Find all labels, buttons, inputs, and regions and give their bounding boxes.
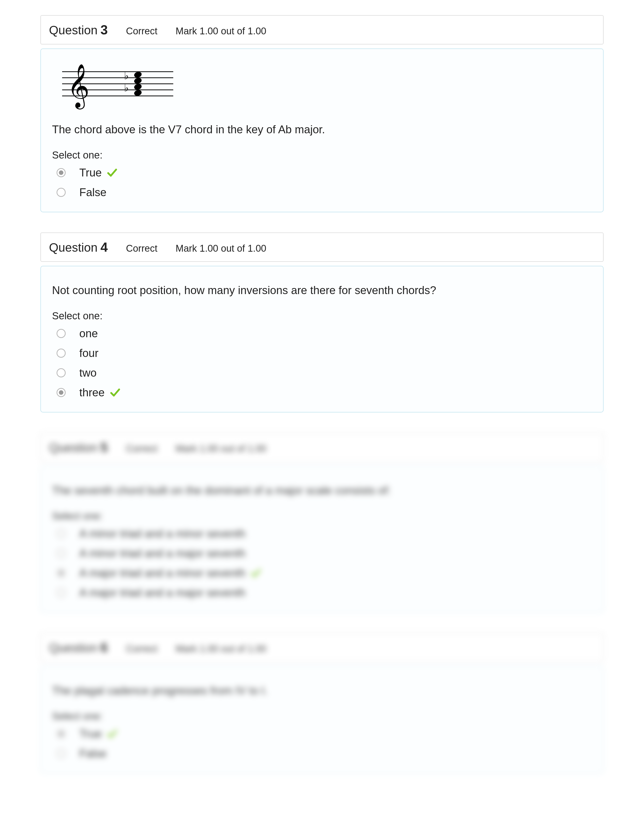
option-row[interactable]: A major triad and a minor seventh: [56, 567, 592, 579]
radio-button[interactable]: [56, 549, 66, 558]
question-status: Correct: [126, 26, 158, 37]
question-status: Correct: [126, 243, 158, 254]
question-prompt: The chord above is the V7 chord in the k…: [52, 123, 592, 136]
option-label: four: [79, 347, 98, 359]
svg-point-8: [134, 71, 142, 78]
question-number: 5: [100, 440, 108, 455]
option-label: False: [79, 747, 106, 759]
question-block: Question 6CorrectMark 1.00 out of 1.00Th…: [40, 633, 604, 774]
correct-check-icon: [107, 727, 118, 740]
radio-button[interactable]: [56, 168, 66, 177]
radio-button[interactable]: [56, 349, 66, 358]
svg-point-9: [134, 77, 142, 84]
music-notation: 𝄞♭♭: [52, 59, 592, 116]
question-number: 6: [100, 640, 108, 655]
question-prompt: The seventh chord built on the dominant …: [52, 484, 592, 497]
select-one-label: Select one:: [52, 510, 592, 522]
radio-button[interactable]: [56, 388, 66, 397]
option-label: A minor triad and a minor seventh: [79, 527, 245, 540]
question-label: Question: [49, 441, 98, 454]
option-label: A major triad and a minor seventh: [79, 567, 245, 579]
question-header: Question 5CorrectMark 1.00 out of 1.00: [40, 433, 604, 462]
question-block: Question 5CorrectMark 1.00 out of 1.00Th…: [40, 433, 604, 613]
svg-point-10: [134, 83, 142, 90]
option-row[interactable]: A major triad and a major seventh: [56, 586, 592, 599]
svg-text:♭: ♭: [124, 70, 129, 82]
question-body: 𝄞♭♭The chord above is the V7 chord in th…: [40, 48, 604, 212]
option-label: three: [79, 386, 105, 399]
options-list: True False: [52, 166, 592, 199]
question-mark: Mark 1.00 out of 1.00: [175, 443, 266, 454]
question-status: Correct: [126, 443, 158, 454]
correct-check-icon: [107, 166, 118, 178]
option-label: True: [79, 166, 102, 179]
options-list: A minor triad and a minor seventhA minor…: [52, 527, 592, 599]
question-header: Question 6CorrectMark 1.00 out of 1.00: [40, 633, 604, 662]
option-label: one: [79, 327, 98, 339]
question-mark: Mark 1.00 out of 1.00: [175, 643, 266, 654]
option-label: False: [79, 186, 106, 198]
correct-check-icon: [251, 567, 261, 579]
question-label: Question: [49, 24, 98, 37]
question-block: Question 4CorrectMark 1.00 out of 1.00No…: [40, 233, 604, 412]
question-header: Question 3CorrectMark 1.00 out of 1.00: [40, 15, 604, 44]
radio-button[interactable]: [56, 588, 66, 597]
option-row[interactable]: False: [56, 747, 592, 760]
question-prompt: The plagal cadence progresses from IV to…: [52, 684, 592, 697]
question-mark: Mark 1.00 out of 1.00: [175, 243, 266, 254]
select-one-label: Select one:: [52, 310, 592, 322]
option-label: A minor triad and a major seventh: [79, 547, 245, 560]
options-list: True False: [52, 727, 592, 760]
option-label: A major triad and a major seventh: [79, 586, 245, 599]
radio-button[interactable]: [56, 729, 66, 738]
options-list: onefourtwothree: [52, 327, 592, 399]
radio-button[interactable]: [56, 749, 66, 758]
question-label: Question: [49, 241, 98, 254]
question-body: Not counting root position, how many inv…: [40, 266, 604, 412]
option-row[interactable]: False: [56, 186, 592, 199]
option-row[interactable]: True: [56, 166, 592, 179]
radio-button[interactable]: [56, 329, 66, 338]
option-row[interactable]: True: [56, 727, 592, 740]
option-row[interactable]: two: [56, 367, 592, 379]
svg-text:♭: ♭: [124, 82, 129, 94]
option-row[interactable]: A minor triad and a major seventh: [56, 547, 592, 560]
question-body: The plagal cadence progresses from IV to…: [40, 666, 604, 774]
question-status: Correct: [126, 643, 158, 654]
option-row[interactable]: three: [56, 386, 592, 399]
question-header: Question 4CorrectMark 1.00 out of 1.00: [40, 233, 604, 262]
select-one-label: Select one:: [52, 711, 592, 722]
option-label: True: [79, 727, 102, 740]
question-mark: Mark 1.00 out of 1.00: [175, 26, 266, 37]
question-body: The seventh chord built on the dominant …: [40, 466, 604, 613]
question-block: Question 3CorrectMark 1.00 out of 1.00𝄞♭…: [40, 15, 604, 212]
option-label: two: [79, 367, 97, 379]
question-label: Question: [49, 641, 98, 654]
question-number: 4: [100, 240, 108, 254]
option-row[interactable]: one: [56, 327, 592, 340]
radio-button[interactable]: [56, 368, 66, 377]
svg-text:𝄞: 𝄞: [67, 64, 90, 109]
question-number: 3: [100, 23, 108, 37]
svg-point-11: [134, 89, 142, 96]
radio-button[interactable]: [56, 568, 66, 577]
radio-button[interactable]: [56, 529, 66, 538]
radio-button[interactable]: [56, 188, 66, 197]
option-row[interactable]: four: [56, 347, 592, 359]
correct-check-icon: [110, 386, 121, 398]
select-one-label: Select one:: [52, 150, 592, 161]
option-row[interactable]: A minor triad and a minor seventh: [56, 527, 592, 540]
question-prompt: Not counting root position, how many inv…: [52, 284, 592, 297]
